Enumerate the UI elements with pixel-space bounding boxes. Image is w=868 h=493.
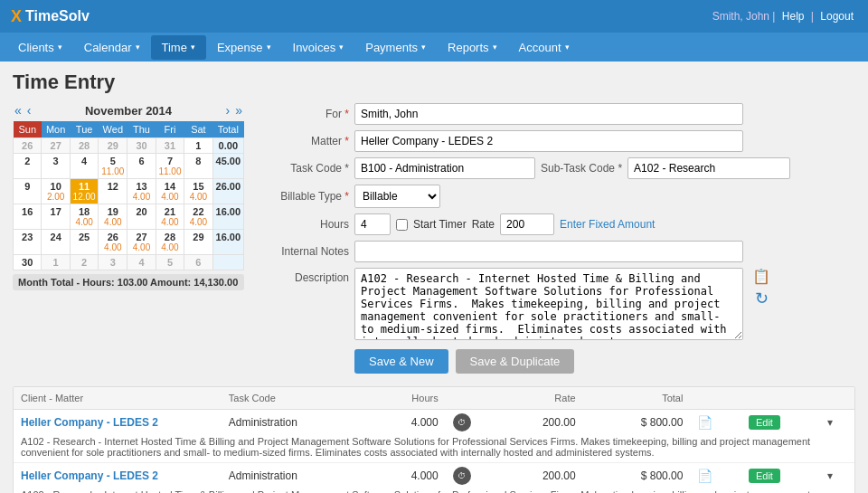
cal-week-total: 0.00 bbox=[212, 138, 243, 154]
nav-clients[interactable]: Clients ▾ bbox=[7, 35, 73, 60]
cal-day[interactable]: 6 bbox=[127, 154, 156, 179]
edit-button[interactable]: Edit bbox=[749, 469, 780, 483]
cal-day[interactable]: 8 bbox=[184, 154, 212, 179]
cal-day[interactable]: 31 bbox=[156, 138, 184, 154]
calendar-section: « ‹ November 2014 › » Sun Mon Tue Wed Th bbox=[13, 103, 244, 374]
nav-account[interactable]: Account ▾ bbox=[508, 35, 580, 60]
cal-day[interactable]: 274.00 bbox=[127, 230, 156, 255]
save-new-button[interactable]: Save & New bbox=[354, 349, 448, 374]
cal-day[interactable]: 2 bbox=[14, 154, 42, 179]
nav-expense[interactable]: Expense ▾ bbox=[206, 35, 282, 60]
cal-day[interactable]: 214.00 bbox=[156, 204, 184, 230]
nav-invoices[interactable]: Invoices ▾ bbox=[282, 35, 355, 60]
client-matter-link[interactable]: Heller Company - LEDES 2 bbox=[21, 416, 158, 429]
hours-input[interactable] bbox=[354, 213, 391, 235]
copy-icon[interactable]: 📄 bbox=[697, 469, 712, 483]
sub-task-code-label: Sub-Task Code * bbox=[541, 162, 622, 175]
cal-day[interactable]: 16 bbox=[14, 204, 42, 230]
cal-day[interactable]: 3 bbox=[99, 255, 127, 270]
edit-button[interactable]: Edit bbox=[749, 415, 780, 430]
cal-day[interactable]: 154.00 bbox=[184, 179, 212, 204]
dropdown-icon[interactable]: ▾ bbox=[827, 416, 833, 429]
entry-copy-icon: 📄 bbox=[690, 463, 741, 489]
cal-day[interactable]: 511.00 bbox=[99, 154, 127, 179]
cal-day[interactable]: 29 bbox=[184, 230, 212, 255]
cal-day[interactable]: 144.00 bbox=[156, 179, 184, 204]
col-hours: Hours bbox=[363, 387, 445, 410]
cal-day[interactable]: 1 bbox=[184, 138, 212, 154]
cal-day[interactable]: 17 bbox=[42, 204, 70, 230]
rate-input[interactable] bbox=[500, 213, 554, 235]
col-rate: Rate bbox=[501, 387, 582, 410]
cal-day[interactable]: 30 bbox=[14, 255, 42, 270]
start-timer-checkbox[interactable] bbox=[396, 219, 408, 231]
save-duplicate-button[interactable]: Save & Duplicate bbox=[456, 349, 575, 374]
matter-input[interactable] bbox=[354, 130, 743, 152]
cal-day[interactable]: 2 bbox=[70, 255, 98, 270]
col-actions bbox=[690, 387, 854, 410]
action-row: Save & New Save & Duplicate bbox=[354, 349, 855, 374]
cal-day[interactable]: 25 bbox=[70, 230, 98, 255]
copy-icon[interactable]: 📄 bbox=[697, 415, 712, 430]
cal-day[interactable]: 224.00 bbox=[184, 204, 212, 230]
dropdown-icon[interactable]: ▾ bbox=[827, 469, 833, 482]
chevron-down-icon: ▾ bbox=[58, 43, 62, 52]
description-textarea[interactable]: A102 - Research - Internet Hosted Time &… bbox=[354, 268, 743, 340]
calendar-prev-prev-button[interactable]: « bbox=[13, 103, 24, 118]
cal-day[interactable]: 27 bbox=[42, 138, 70, 154]
hours-label: Hours bbox=[259, 218, 349, 231]
cal-header-thu: Thu bbox=[127, 121, 156, 138]
nav-time[interactable]: Time ▾ bbox=[151, 35, 206, 60]
for-input[interactable] bbox=[354, 103, 743, 125]
sep1: | bbox=[772, 10, 778, 23]
calendar-next-button[interactable]: › bbox=[224, 103, 232, 118]
internal-notes-label: Internal Notes bbox=[259, 245, 349, 258]
cal-day[interactable]: 184.00 bbox=[70, 204, 98, 230]
cal-week-total: 16.00 bbox=[212, 204, 243, 230]
nav-payments[interactable]: Payments ▾ bbox=[354, 35, 437, 60]
cal-day[interactable]: 711.00 bbox=[156, 154, 184, 179]
sub-task-code-input[interactable] bbox=[627, 157, 790, 179]
entry-edit: Edit bbox=[741, 410, 820, 436]
cal-day[interactable]: 12 bbox=[99, 179, 127, 204]
task-code-input[interactable] bbox=[354, 157, 535, 179]
hours-row: Hours Start Timer Rate Enter Fixed Amoun… bbox=[259, 213, 855, 235]
cal-day[interactable]: 4 bbox=[127, 255, 156, 270]
cal-day[interactable]: 194.00 bbox=[99, 204, 127, 230]
cal-day[interactable]: 4 bbox=[70, 154, 98, 179]
cal-day[interactable]: 20 bbox=[127, 204, 156, 230]
cal-day[interactable]: 6 bbox=[184, 255, 212, 270]
billable-type-select[interactable]: Billable Non-Billable bbox=[354, 185, 440, 208]
cal-day[interactable]: 5 bbox=[156, 255, 184, 270]
nav-reports[interactable]: Reports ▾ bbox=[437, 35, 508, 60]
cal-day-selected[interactable]: 1112.00 bbox=[70, 179, 98, 204]
chevron-down-icon: ▾ bbox=[267, 43, 271, 52]
cal-day[interactable]: 29 bbox=[99, 138, 127, 154]
top-bar: X TimeSolv Smith, John | Help | Logout bbox=[0, 0, 868, 33]
nav-calendar[interactable]: Calendar ▾ bbox=[73, 35, 151, 60]
cal-day[interactable]: 9 bbox=[14, 179, 42, 204]
cal-day[interactable]: 3 bbox=[42, 154, 70, 179]
internal-notes-input[interactable] bbox=[354, 241, 743, 262]
copy-description-icon[interactable]: 📋 bbox=[752, 268, 770, 285]
client-matter-link[interactable]: Heller Company - LEDES 2 bbox=[21, 469, 158, 482]
cal-day[interactable]: 284.00 bbox=[156, 230, 184, 255]
calendar-next-next-button[interactable]: » bbox=[233, 103, 244, 118]
cal-day[interactable]: 264.00 bbox=[99, 230, 127, 255]
calendar-week-4: 16 17 184.00 194.00 20 214.00 224.00 16.… bbox=[14, 204, 244, 230]
help-link[interactable]: Help bbox=[782, 10, 805, 23]
cal-day[interactable]: 102.00 bbox=[42, 179, 70, 204]
refresh-description-icon[interactable]: ↻ bbox=[752, 289, 770, 308]
timer-icon[interactable]: ⏱ bbox=[453, 413, 471, 431]
timer-icon[interactable]: ⏱ bbox=[453, 467, 471, 485]
cal-day[interactable]: 24 bbox=[42, 230, 70, 255]
enter-fixed-amount-link[interactable]: Enter Fixed Amount bbox=[560, 218, 655, 231]
calendar-prev-button[interactable]: ‹ bbox=[25, 103, 33, 118]
cal-day[interactable]: 134.00 bbox=[127, 179, 156, 204]
cal-day[interactable]: 26 bbox=[14, 138, 42, 154]
logout-link[interactable]: Logout bbox=[820, 10, 854, 23]
cal-day[interactable]: 1 bbox=[42, 255, 70, 270]
cal-day[interactable]: 28 bbox=[70, 138, 98, 154]
cal-day[interactable]: 30 bbox=[127, 138, 156, 154]
cal-day[interactable]: 23 bbox=[14, 230, 42, 255]
